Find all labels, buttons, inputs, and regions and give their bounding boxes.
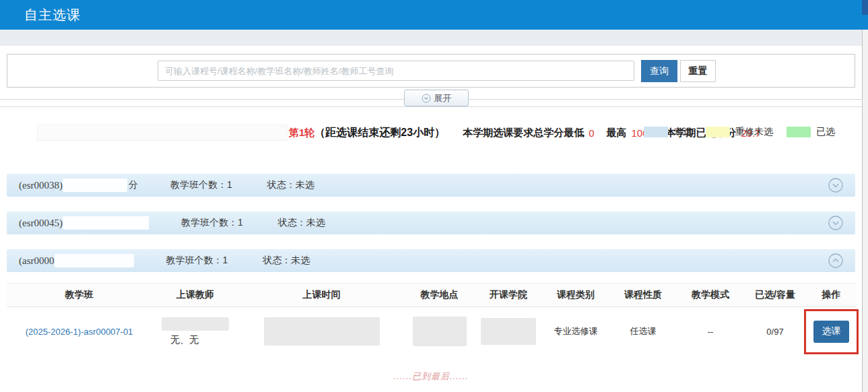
course-category: 专业选修课 — [542, 325, 609, 337]
page-title: 自主选课 — [24, 0, 81, 30]
redacted-course-name — [55, 254, 134, 267]
credit-requirement-label: 本学期选课要求总学分最低 — [463, 127, 584, 139]
legend-item-selected: 已选 — [787, 126, 835, 138]
app-header: 自主选课 — [0, 0, 868, 30]
legend: 未选 重修未选 已选 — [644, 126, 835, 138]
reset-button[interactable]: 重置 — [680, 60, 716, 82]
select-course-button[interactable]: 选课 — [813, 321, 849, 343]
column-header-capacity: 已选/容量 — [744, 289, 806, 301]
teaching-mode: -- — [677, 327, 744, 337]
expand-tab-label: 展开 — [434, 92, 452, 104]
legend-item-unselected: 未选 — [644, 126, 692, 138]
table-row: (2025-2026-1)-asr00007-01 无、无 专业选修课 任选课 … — [7, 307, 857, 356]
column-header-location: 教学地点 — [404, 289, 475, 301]
redacted-college — [481, 318, 536, 345]
chevron-up-circle-icon[interactable] — [828, 253, 843, 268]
header-gap — [0, 30, 868, 46]
class-id-link[interactable]: (2025-2026-1)-asr00007-01 — [26, 327, 133, 337]
column-header-action: 操作 — [806, 289, 857, 301]
legend-item-retake-unselected: 重修未选 — [706, 126, 773, 138]
credit-suffix: 分 — [129, 179, 138, 191]
course-group-row[interactable]: (esr00038) 分 教学班个数：1 状态：未选 — [7, 174, 855, 197]
group-status: 状态：未选 — [263, 255, 310, 267]
countdown-label: （距选课结束还剩23小时） — [314, 126, 445, 140]
course-nature: 任选课 — [609, 325, 677, 337]
max-credit-label: 最高 — [606, 127, 626, 139]
search-input[interactable] — [158, 61, 634, 81]
legend-label: 未选 — [673, 126, 692, 138]
round-label: 第1轮 — [289, 127, 314, 139]
notice-bar: 第1轮 （距选课结束还剩23小时） 本学期选课要求总学分最低 0 最高 100 … — [0, 106, 862, 160]
teacher-name: 无、无 — [170, 334, 199, 346]
redacted-course-name — [63, 178, 127, 192]
course-group-row[interactable]: (esr00045) 教学班个数：1 状态：未选 — [7, 211, 855, 234]
selected-color-swatch — [787, 127, 811, 137]
class-count: 教学班个数：1 — [181, 217, 243, 229]
table-header: 教学班 上课教师 上课时间 教学地点 开课学院 课程类别 课程性质 教学模式 已… — [7, 283, 857, 307]
class-count: 教学班个数：1 — [166, 255, 228, 267]
retake-unselected-color-swatch — [706, 127, 730, 137]
scrollbar[interactable] — [862, 30, 868, 392]
query-button[interactable]: 查询 — [641, 60, 677, 82]
column-header-class: 教学班 — [7, 289, 152, 301]
unselected-color-swatch — [644, 127, 668, 137]
legend-label: 重修未选 — [735, 126, 773, 138]
redacted-round-info — [37, 125, 288, 141]
column-header-college: 开课学院 — [475, 289, 542, 301]
redacted-course-name — [63, 216, 149, 230]
column-header-nature: 课程性质 — [609, 289, 677, 301]
expand-tab[interactable]: 展开 — [404, 90, 469, 106]
course-selection-page: 自主选课 查询 重置 展开 第1轮 （距选课结束还剩23小时） 本学期选课要求总… — [0, 0, 868, 392]
course-group-row[interactable]: (asr0000 教学班个数：1 状态：未选 — [7, 249, 855, 272]
class-count: 教学班个数：1 — [170, 179, 232, 191]
course-code: (esr00045) — [19, 218, 63, 229]
column-header-time: 上课时间 — [239, 289, 404, 301]
redacted-class-time — [264, 317, 380, 346]
redacted-location — [413, 317, 467, 346]
end-of-list-text: ......已到最后...... — [0, 370, 862, 383]
group-status: 状态：未选 — [267, 179, 314, 191]
chevron-down-circle-icon[interactable] — [828, 178, 843, 193]
column-header-teacher: 上课教师 — [152, 289, 239, 301]
redacted-teacher-info — [162, 317, 229, 331]
column-header-category: 课程类别 — [542, 289, 609, 301]
annotation-highlight-box: 选课 — [804, 309, 859, 354]
legend-label: 已选 — [816, 126, 835, 138]
search-panel: 查询 重置 — [7, 54, 855, 88]
min-credit-value: 0 — [589, 127, 594, 139]
course-code: (asr0000 — [19, 255, 55, 267]
column-header-mode: 教学模式 — [677, 289, 744, 301]
chevron-down-circle-icon — [422, 94, 431, 103]
chevron-down-circle-icon[interactable] — [828, 216, 843, 230]
course-code: (esr00038) — [19, 180, 63, 191]
capacity-value: 0/97 — [744, 327, 806, 337]
scrollbar-cap — [862, 0, 868, 15]
group-status: 状态：未选 — [278, 217, 325, 229]
